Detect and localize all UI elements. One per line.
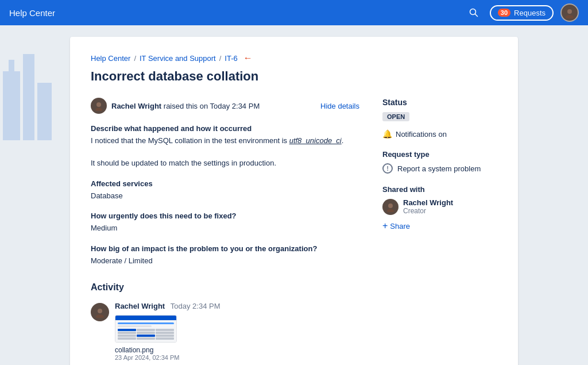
hide-details-link[interactable]: Hide details [320,102,359,110]
svg-point-11 [96,314,104,318]
breadcrumb-sep-2: / [219,54,222,63]
impact-label: How big of an impact is the problem to y… [91,244,359,253]
svg-point-9 [95,108,102,112]
urgency-value: Medium [91,222,359,234]
activity-item: Rachel Wright Today 2:34 PM [91,302,359,361]
describe-text-2: . [342,136,344,145]
top-navigation: Help Center 30 Requests [0,0,588,25]
affected-services-value: Database [91,190,359,202]
shared-user-info: Rachel Wright Creator [403,198,453,215]
requests-button-label: Requests [514,9,546,17]
affected-services-label: Affected services [91,179,359,188]
requests-button[interactable]: 30 Requests [490,5,554,21]
reporter-name: Rachel Wright [111,102,161,110]
request-type-value: Report a system problem [397,164,481,173]
describe-value: I noticed that the MySQL collation in th… [91,135,359,169]
describe-label: Describe what happened and how it occurr… [91,124,359,133]
breadcrumb-service[interactable]: IT Service and Support [140,54,216,63]
reporter-avatar [91,98,107,114]
activity-header: Rachel Wright Today 2:34 PM [115,302,359,310]
activity-username: Rachel Wright [115,302,165,310]
urgency-section: How urgently does this need to be fixed?… [91,212,359,234]
plus-icon: + [382,221,388,231]
shared-user-row: Rachel Wright Creator [382,198,497,215]
svg-line-1 [475,14,477,17]
breadcrumb-sep-1: / [134,54,136,63]
svg-rect-5 [23,54,34,140]
thumb-header [115,316,176,320]
share-button-label: Share [390,222,410,230]
describe-section: Describe what happened and how it occurr… [91,124,359,169]
describe-text-3: It should be updated to match the settin… [91,159,276,167]
svg-point-3 [566,15,574,18]
notifications-row[interactable]: 🔔 Notifications on [382,129,497,139]
sidebar: Status OPEN 🔔 Notifications on Request t… [382,98,497,365]
thumb-body [115,320,176,342]
status-label: Status [382,98,497,107]
share-button[interactable]: + Share [382,221,410,231]
thumb-line-2 [118,325,152,327]
svg-point-10 [98,309,102,313]
nav-actions: 30 Requests [465,3,579,22]
request-type-label: Request type [382,150,497,159]
svg-point-14 [388,203,393,208]
shared-user-name: Rachel Wright [403,198,453,207]
attachment-filename: collation.png [115,346,359,354]
request-type-row: ! Report a system problem [382,163,497,174]
svg-point-15 [387,209,394,212]
breadcrumb-ticket-id: IT-6 [225,54,237,63]
describe-text-1: I noticed that the MySQL collation in th… [91,136,289,145]
svg-rect-6 [37,83,52,140]
thumb-table [118,329,174,340]
shared-user-role: Creator [403,207,453,215]
impact-value: Moderate / Limited [91,255,359,267]
attachment-date: 23 Apr 2024, 02:34 PM [115,354,359,361]
activity-title: Activity [91,282,359,293]
svg-point-8 [96,102,101,107]
bell-icon: 🔔 [382,129,392,139]
exclamation-icon: ! [382,163,393,174]
search-button[interactable] [465,3,483,22]
activity-user-avatar [91,303,109,321]
reporter-raised-text: raised this on Today 2:34 PM [164,102,260,110]
content-card: Help Center / IT Service and Support / I… [70,37,518,365]
affected-services-section: Affected services Database [91,179,359,202]
impact-section: How big of an impact is the problem to y… [91,244,359,267]
site-title: Help Center [9,8,55,18]
background-decoration [0,25,63,140]
breadcrumb-help-center[interactable]: Help Center [91,54,130,63]
notifications-label: Notifications on [396,130,447,139]
svg-rect-4 [3,71,20,140]
shared-user-avatar [382,199,399,215]
activity-time: Today 2:34 PM [171,302,220,310]
user-avatar[interactable] [560,3,579,22]
breadcrumb: Help Center / IT Service and Support / I… [91,53,497,63]
back-arrow-icon: ← [243,53,253,63]
requests-count-badge: 30 [498,9,510,17]
shared-with-label: Shared with [382,185,497,194]
svg-rect-7 [9,60,14,71]
thumb-line-1 [118,322,174,324]
main-wrapper: Help Center / IT Service and Support / I… [0,25,588,365]
urgency-label: How urgently does this need to be fixed? [91,212,359,220]
svg-point-2 [567,9,572,14]
describe-italic-text: utf8_unicode_ci [289,136,342,145]
attachment-thumbnail[interactable] [115,315,177,343]
reporter-info: Rachel Wright raised this on Today 2:34 … [91,98,260,114]
page-title: Incorrect database collation [91,69,497,84]
activity-content: Rachel Wright Today 2:34 PM [115,302,359,361]
main-column: Rachel Wright raised this on Today 2:34 … [91,98,359,365]
search-icon [469,8,478,17]
two-column-layout: Rachel Wright raised this on Today 2:34 … [91,98,497,365]
status-badge: OPEN [382,112,409,121]
reporter-row: Rachel Wright raised this on Today 2:34 … [91,98,359,114]
